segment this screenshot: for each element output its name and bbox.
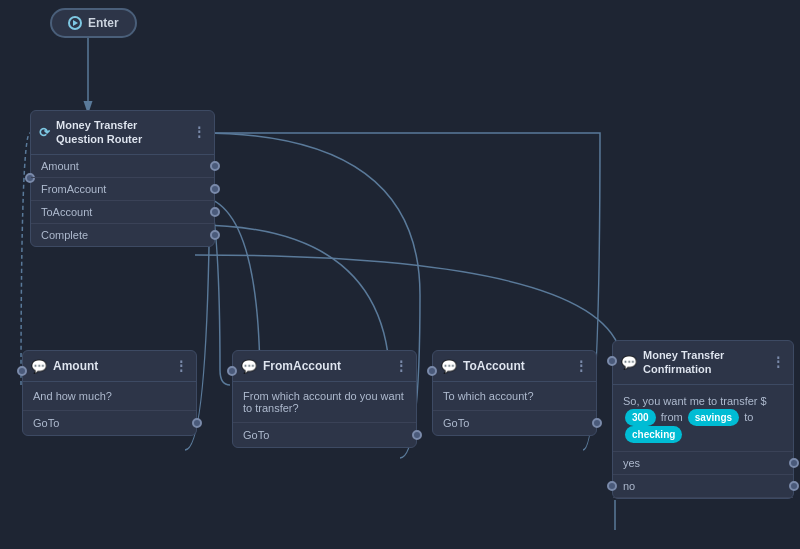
to-title: ToAccount xyxy=(463,359,525,373)
from-title: FromAccount xyxy=(263,359,341,373)
confirm-chat-icon: 💬 xyxy=(621,355,637,370)
from-port-in xyxy=(227,366,237,376)
port-amount xyxy=(210,161,220,171)
amount-header: 💬 Amount ⋮ xyxy=(23,351,196,382)
router-menu[interactable]: ⋮ xyxy=(192,124,206,140)
confirm-header: 💬 Money Transfer Confirmation ⋮ xyxy=(613,341,793,385)
confirm-yes-port xyxy=(789,458,799,468)
from-chat-icon: 💬 xyxy=(241,359,257,374)
confirm-no-port xyxy=(789,481,799,491)
from-menu[interactable]: ⋮ xyxy=(394,358,408,374)
router-to-item: ToAccount xyxy=(31,201,214,224)
to-chat-icon: 💬 xyxy=(441,359,457,374)
router-node: ⟳ Money Transfer Question Router ⋮ Amoun… xyxy=(30,110,215,247)
amount-node: 💬 Amount ⋮ And how much? GoTo xyxy=(22,350,197,436)
confirm-body: So, you want me to transfer $300 from sa… xyxy=(613,385,793,453)
checking-tag: checking xyxy=(625,426,682,443)
amount-title: Amount xyxy=(53,359,98,373)
to-goto-row: GoTo xyxy=(433,411,596,435)
amount-port-out xyxy=(192,418,202,428)
from-header: 💬 FromAccount ⋮ xyxy=(233,351,416,382)
amount-body: And how much? xyxy=(23,382,196,411)
port-complete xyxy=(210,230,220,240)
confirm-menu[interactable]: ⋮ xyxy=(771,354,785,370)
to-port-out xyxy=(592,418,602,428)
amount-chat-icon: 💬 xyxy=(31,359,47,374)
from-port-out xyxy=(412,430,422,440)
confirm-title: Money Transfer Confirmation xyxy=(643,348,765,377)
router-from-item: FromAccount xyxy=(31,178,214,201)
from-node: 💬 FromAccount ⋮ From which account do yo… xyxy=(232,350,417,448)
confirm-no-port-left xyxy=(607,481,617,491)
router-title: Money Transfer Question Router xyxy=(56,118,186,147)
router-icon: ⟳ xyxy=(39,125,50,140)
to-body: To which account? xyxy=(433,382,596,411)
from-body: From which account do you want to transf… xyxy=(233,382,416,423)
port-to xyxy=(210,207,220,217)
from-goto-row: GoTo xyxy=(233,423,416,447)
amount-goto-row: GoTo xyxy=(23,411,196,435)
savings-tag: savings xyxy=(688,409,739,426)
router-header: ⟳ Money Transfer Question Router ⋮ xyxy=(31,111,214,155)
port-from xyxy=(210,184,220,194)
amount-menu[interactable]: ⋮ xyxy=(174,358,188,374)
to-menu[interactable]: ⋮ xyxy=(574,358,588,374)
router-complete-item: Complete xyxy=(31,224,214,246)
confirm-yes-row: yes xyxy=(613,452,793,475)
to-header: 💬 ToAccount ⋮ xyxy=(433,351,596,382)
to-port-in xyxy=(427,366,437,376)
router-amount-item: Amount xyxy=(31,155,214,178)
confirm-port-in xyxy=(607,356,617,366)
enter-node: Enter xyxy=(50,8,137,38)
play-icon xyxy=(68,16,82,30)
to-node: 💬 ToAccount ⋮ To which account? GoTo xyxy=(432,350,597,436)
amount-tag: 300 xyxy=(625,409,656,426)
confirm-node: 💬 Money Transfer Confirmation ⋮ So, you … xyxy=(612,340,794,499)
confirm-no-row: no xyxy=(613,475,793,498)
enter-label: Enter xyxy=(88,16,119,30)
amount-port-in xyxy=(17,366,27,376)
